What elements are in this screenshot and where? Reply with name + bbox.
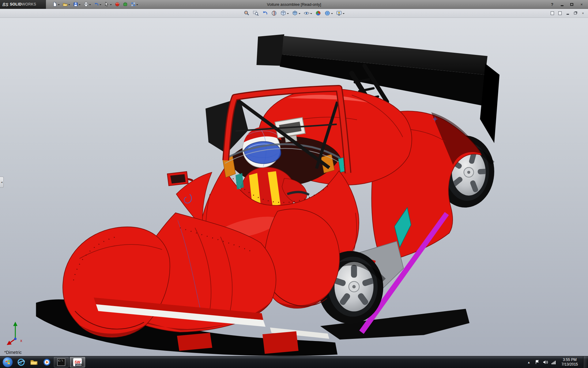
scene-globe-icon	[324, 10, 330, 16]
grid-options-button[interactable]	[130, 1, 139, 7]
appearance-ball-icon	[315, 10, 321, 16]
standard-toolbar	[51, 1, 139, 7]
view-settings-button[interactable]	[335, 10, 345, 17]
y-axis-arrow	[13, 322, 17, 326]
toolbox-green-icon	[123, 2, 128, 7]
toolbox-green-button[interactable]	[122, 1, 129, 7]
doc-minimize-button[interactable]	[565, 11, 570, 16]
open-folder-icon	[63, 2, 68, 7]
solidworks-window: ßS SOLIDWORKS	[0, 0, 588, 368]
view-settings-icon	[336, 10, 342, 16]
car-front-right-fender	[264, 209, 340, 308]
taskbar-windows-explorer[interactable]	[28, 357, 40, 368]
taskbar-media-player[interactable]	[41, 357, 53, 368]
previous-view-icon	[262, 10, 268, 16]
dropdown-caret	[100, 4, 101, 6]
grid-options-icon	[131, 2, 136, 7]
doc-close-button[interactable]: ×	[580, 11, 586, 16]
zoom-area-icon	[253, 10, 259, 16]
document-window-controls: ×	[550, 11, 588, 16]
undo-arrow-icon	[94, 2, 99, 7]
taskbar-solidworks-2015[interactable]: SW 2015	[70, 357, 85, 367]
solidworks-version-badge: 2015	[75, 364, 82, 366]
car-model	[0, 18, 588, 356]
titlebar: ßS SOLIDWORKS	[0, 0, 588, 9]
printer-icon	[84, 2, 89, 7]
doc-minimize-icon	[567, 14, 569, 15]
tray-volume[interactable]	[543, 359, 548, 365]
doc-close-icon: ×	[582, 11, 584, 15]
save-floppy-icon	[73, 2, 78, 7]
previous-view-button[interactable]	[261, 10, 269, 17]
dropdown-caret	[136, 4, 138, 6]
display-style-button[interactable]	[291, 10, 301, 17]
show-desktop-button[interactable]	[583, 356, 587, 368]
zoom-fit-button[interactable]	[243, 10, 250, 17]
solidworks-app-icon: SW 2015	[73, 358, 82, 366]
x-axis-label: x	[20, 338, 22, 343]
orientation-triad: x	[6, 320, 30, 348]
media-player-icon	[43, 358, 51, 366]
up-arrow-icon: ▲	[527, 361, 530, 364]
dropdown-caret	[343, 13, 345, 15]
appearance-red-icon	[115, 2, 120, 7]
doc-new-window-button[interactable]	[550, 11, 555, 16]
edit-appearance-button[interactable]	[315, 10, 322, 17]
hide-show-items-button[interactable]	[303, 10, 313, 17]
view-orientation-label: *Dimetric	[4, 350, 22, 355]
taskbar-clock[interactable]: 3:55 PM 7/13/2015	[559, 358, 580, 367]
x-axis-arrow	[7, 341, 12, 345]
zoom-area-button[interactable]	[252, 10, 259, 17]
dropdown-caret	[58, 4, 60, 6]
dropdown-caret	[310, 13, 312, 15]
tray-action-center[interactable]	[534, 359, 540, 365]
left-panel-flyout-tab[interactable]: ◄	[0, 177, 4, 188]
tray-show-hidden-icons[interactable]: ▲	[526, 359, 532, 365]
dropdown-caret	[110, 4, 112, 6]
close-button[interactable]: ×	[578, 2, 585, 7]
folder-icon	[30, 358, 38, 366]
solidworks-logo: ßS SOLIDWORKS	[0, 0, 46, 9]
view-orientation-button[interactable]	[280, 10, 289, 17]
tray-network[interactable]	[551, 359, 556, 365]
graphics-viewport[interactable]: x *Dimetric ◄	[0, 18, 588, 356]
print-button[interactable]	[83, 1, 92, 7]
doc-cascade-button[interactable]	[557, 11, 563, 16]
windows-taskbar: e C:\ SW 2015 ▲	[0, 356, 588, 368]
minimize-button[interactable]	[559, 2, 565, 7]
new-document-button[interactable]	[51, 1, 61, 7]
view-cube-icon	[280, 10, 286, 16]
start-button[interactable]	[2, 357, 13, 367]
speaker-icon	[543, 360, 548, 364]
help-button[interactable]: ?	[549, 2, 556, 7]
window-controls: ? ×	[549, 2, 588, 7]
dropdown-caret	[68, 4, 70, 6]
heads-up-toolbar	[0, 10, 588, 17]
dropdown-caret	[331, 13, 333, 15]
cascade-icon	[558, 11, 562, 15]
minimize-icon	[561, 5, 564, 6]
section-view-button[interactable]	[270, 10, 278, 17]
select-button[interactable]	[104, 1, 113, 7]
solidworks-logo-icon: ßS	[2, 2, 8, 7]
save-button[interactable]	[72, 1, 81, 7]
open-button[interactable]	[62, 1, 71, 7]
undo-button[interactable]	[93, 1, 102, 7]
close-icon: ×	[580, 2, 583, 7]
taskbar-command-prompt[interactable]: C:\	[54, 357, 69, 367]
apply-scene-button[interactable]	[324, 10, 334, 17]
system-tray: ▲ 3:55 PM 7/13/2015	[526, 356, 588, 368]
solidworks-brand-text: SOLIDWORKS	[10, 2, 36, 6]
view-toolbar: ×	[0, 9, 588, 18]
appearance-red-button[interactable]	[114, 1, 121, 7]
dropdown-caret	[79, 4, 81, 6]
taskbar-internet-explorer[interactable]: e	[15, 357, 27, 368]
chevron-left-icon: ◄	[1, 181, 3, 184]
flag-icon	[535, 360, 539, 364]
network-bars-icon	[551, 360, 556, 364]
maximize-button[interactable]	[568, 2, 575, 7]
dropdown-caret	[299, 13, 300, 15]
zoom-fit-icon	[243, 10, 250, 16]
z-axis-dot	[14, 338, 17, 340]
doc-restore-button[interactable]	[573, 11, 578, 16]
